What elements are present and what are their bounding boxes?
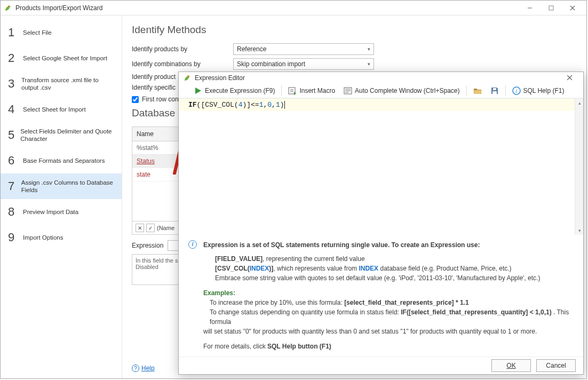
clear-filter-button[interactable]: ✕ [136, 224, 144, 232]
identify-combinations-label: Identify combinations by [132, 60, 233, 68]
minimize-button[interactable] [519, 1, 541, 15]
sql-help-button[interactable]: i SQL Help (F1) [509, 84, 568, 97]
identify-combinations-select[interactable]: Skip combination import ▾ [233, 58, 374, 70]
info-icon: i [188, 240, 197, 249]
dialog-toolbar: Execute Expression (F9) Insert Macro Aut… [179, 84, 583, 98]
titlebar: Products Import/Export Wizard [1, 1, 586, 15]
step-8[interactable]: 8Preview Import Data [1, 199, 122, 225]
first-row-label: First row con [142, 96, 179, 103]
dialog-title: Expression Editor [195, 74, 560, 82]
identify-products-select[interactable]: Reference ▾ [233, 43, 374, 55]
step-5[interactable]: 5Select Fields Delimiter and Quote Chara… [1, 122, 122, 148]
step-9[interactable]: 9Import Options [1, 225, 122, 250]
scroll-down-icon[interactable]: ▾ [575, 226, 584, 235]
step-1[interactable]: 1Select File [1, 20, 122, 45]
execute-expression-button[interactable]: Execute Expression (F9) [190, 84, 278, 97]
dialog-close-button[interactable] [560, 74, 579, 82]
app-logo-icon [183, 74, 192, 82]
svg-text:i: i [515, 88, 517, 94]
open-file-button[interactable] [470, 84, 485, 97]
ok-button[interactable]: OK [491, 359, 531, 372]
svg-rect-0 [549, 6, 553, 10]
dialog-button-row: OK Cancel [179, 357, 583, 374]
chevron-down-icon: ▾ [368, 61, 370, 67]
chevron-down-icon: ▾ [368, 46, 370, 52]
help-link[interactable]: ? Help [132, 365, 155, 372]
maximize-button[interactable] [541, 1, 562, 15]
step-6[interactable]: 6Base Formats and Separators [1, 148, 122, 173]
step-2[interactable]: 2Select Google Sheet for Import [1, 45, 122, 71]
cancel-button[interactable]: Cancel [536, 359, 576, 372]
save-file-button[interactable] [487, 84, 502, 97]
step-3[interactable]: 3Transform source .xml file to output .c… [1, 71, 122, 97]
insert-macro-button[interactable]: Insert Macro [285, 84, 338, 97]
identify-heading: Identify Methods [132, 24, 577, 36]
wizard-steps-sidebar: 1Select File 2Select Google Sheet for Im… [1, 15, 122, 378]
app-logo-icon [4, 4, 12, 12]
filter-toggle-checkbox[interactable]: ✓ [146, 224, 155, 232]
window-title: Products Import/Export Wizard [15, 4, 519, 12]
cursor [284, 101, 285, 109]
help-panel: i Expression is a set of SQL statements … [179, 235, 583, 357]
step-7[interactable]: 7Assign .csv Columns to Database Fields [1, 173, 122, 199]
help-icon: ? [132, 365, 139, 372]
vertical-scrollbar[interactable]: ▴ ▾ [575, 99, 583, 235]
dialog-titlebar: Expression Editor [179, 72, 583, 84]
expression-editor-dialog: Expression Editor Execute Expression (F9… [178, 72, 584, 375]
autocomplete-button[interactable]: Auto Complete Window (Ctrl+Space) [340, 84, 463, 97]
svg-rect-3 [492, 91, 497, 94]
expression-code-editor[interactable]: IF([CSV_COL(4)]<=1,0,1) ▴ ▾ [179, 98, 583, 235]
close-button[interactable] [562, 1, 583, 15]
scroll-up-icon[interactable]: ▴ [575, 99, 584, 107]
svg-rect-4 [493, 88, 496, 90]
step-4[interactable]: 4Select Sheet for Import [1, 97, 122, 122]
expression-label: Expression [132, 242, 163, 249]
first-row-checkbox[interactable] [132, 96, 139, 103]
identify-products-label: Identify products by [132, 45, 233, 53]
